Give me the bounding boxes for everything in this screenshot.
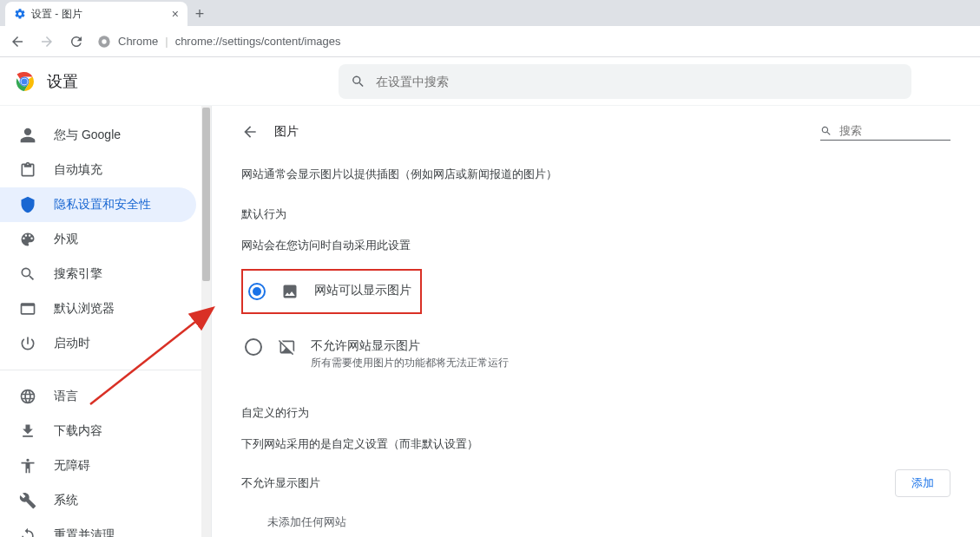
sidebar-item-languages[interactable]: 语言 (0, 379, 196, 414)
search-icon (19, 265, 36, 283)
default-behavior-sub: 网站会在您访问时自动采用此设置 (241, 238, 950, 253)
url-separator: | (165, 35, 168, 48)
sidebar-item-appearance[interactable]: 外观 (0, 222, 196, 257)
radio-block-label: 不允许网站显示图片 (311, 338, 509, 354)
content-panel: 图片 网站通常会显示图片以提供插图（例如网店或新闻报道的图片） 默认行为 网站会… (211, 106, 980, 537)
search-icon (351, 74, 365, 89)
search-input[interactable] (376, 75, 899, 88)
url-path: chrome://settings/content/images (175, 35, 341, 48)
sidebar-item-reset[interactable]: 重置并清理 (0, 518, 196, 537)
url-display[interactable]: Chrome | chrome://settings/content/image… (97, 35, 971, 49)
sidebar-item-label: 系统 (54, 493, 78, 508)
reload-icon (69, 34, 84, 49)
sidebar-item-label: 启动时 (54, 336, 90, 351)
back-icon[interactable] (241, 123, 259, 141)
image-off-icon (278, 338, 295, 356)
globe-icon (19, 388, 36, 405)
sidebar-item-you-and-google[interactable]: 您与 Google (0, 118, 196, 153)
content-description: 网站通常会显示图片以提供插图（例如网店或新闻报道的图片） (241, 167, 950, 182)
tab-title: 设置 - 图片 (31, 7, 82, 22)
radio-allow-label: 网站可以显示图片 (314, 283, 411, 298)
shield-icon (19, 196, 36, 213)
sidebar-item-accessibility[interactable]: 无障碍 (0, 449, 196, 483)
accessibility-icon (19, 457, 36, 475)
sidebar-scrollbar-track[interactable] (201, 106, 211, 537)
add-button[interactable]: 添加 (895, 469, 950, 497)
sidebar-item-label: 您与 Google (54, 128, 121, 143)
wrench-icon (19, 492, 36, 509)
sidebar-item-privacy[interactable]: 隐私设置和安全性 (0, 187, 196, 222)
default-behavior-label: 默认行为 (241, 206, 950, 222)
person-icon (19, 127, 36, 144)
sidebar-item-label: 无障碍 (54, 458, 90, 474)
url-prefix: Chrome (118, 35, 158, 48)
radio-allow-images[interactable]: 网站可以显示图片 (245, 274, 415, 309)
reset-icon (19, 527, 36, 537)
sidebar-item-label: 默认浏览器 (54, 301, 115, 317)
new-tab-button[interactable]: + (187, 2, 212, 26)
content-search[interactable] (820, 124, 950, 141)
browser-icon (19, 300, 36, 318)
empty-state: 未添加任何网站 (241, 514, 950, 530)
custom-behavior-label: 自定义的行为 (241, 405, 950, 421)
back-button[interactable] (9, 33, 26, 50)
content-title: 图片 (274, 124, 299, 140)
download-icon (19, 422, 36, 440)
gear-icon (14, 8, 26, 20)
sidebar-item-label: 外观 (54, 232, 78, 247)
sidebar-item-autofill[interactable]: 自动填充 (0, 153, 196, 187)
arrow-left-icon (10, 34, 25, 49)
sidebar-item-label: 自动填充 (54, 162, 102, 178)
sidebar-item-label: 重置并清理 (54, 527, 115, 537)
radio-off-icon[interactable] (245, 338, 262, 356)
svg-point-4 (21, 78, 27, 84)
chrome-logo-icon (14, 71, 35, 92)
chrome-icon (97, 35, 111, 49)
page-title: 设置 (47, 71, 78, 92)
browser-tab-bar: 设置 - 图片 × + (0, 0, 980, 26)
sidebar-item-label: 隐私设置和安全性 (54, 197, 151, 213)
sidebar-scrollbar-thumb[interactable] (202, 108, 210, 281)
image-icon (281, 283, 299, 300)
svg-point-1 (102, 39, 106, 43)
annotation-highlight: 网站可以显示图片 (241, 269, 422, 314)
sidebar-item-onstartup[interactable]: 启动时 (0, 326, 196, 361)
address-bar: Chrome | chrome://settings/content/image… (0, 26, 980, 57)
sidebar-item-downloads[interactable]: 下载内容 (0, 414, 196, 449)
close-icon[interactable]: × (172, 7, 179, 21)
block-section-row: 不允许显示图片 添加 (241, 469, 950, 497)
radio-block-sublabel: 所有需要使用图片的功能都将无法正常运行 (311, 356, 509, 370)
sidebar-item-label: 语言 (54, 389, 78, 404)
content-header: 图片 (241, 123, 950, 141)
sidebar-item-label: 下载内容 (54, 423, 102, 439)
custom-behavior-sub: 下列网站采用的是自定义设置（而非默认设置） (241, 436, 950, 452)
block-section-label: 不允许显示图片 (241, 475, 320, 491)
browser-tab[interactable]: 设置 - 图片 × (5, 2, 187, 26)
radio-on-icon[interactable] (248, 283, 266, 300)
sidebar-item-default-browser[interactable]: 默认浏览器 (0, 291, 196, 326)
radio-block-images[interactable]: 不允许网站显示图片 所有需要使用图片的功能都将无法正常运行 (241, 330, 950, 379)
palette-icon (19, 231, 36, 248)
settings-search[interactable] (339, 64, 911, 99)
search-icon (820, 124, 832, 138)
sidebar: 您与 Google 自动填充 隐私设置和安全性 外观 搜索引擎 (0, 106, 201, 537)
clipboard-icon (19, 161, 36, 179)
sidebar-item-label: 搜索引擎 (54, 266, 102, 282)
settings-header: 设置 (0, 57, 980, 106)
sidebar-item-searchengine[interactable]: 搜索引擎 (0, 257, 196, 291)
sidebar-divider (0, 370, 201, 370)
forward-button[interactable] (38, 33, 56, 50)
sidebar-item-system[interactable]: 系统 (0, 483, 196, 518)
reload-button[interactable] (68, 33, 85, 50)
arrow-right-icon (39, 34, 55, 49)
content-search-input[interactable] (839, 124, 950, 137)
power-icon (19, 335, 36, 352)
